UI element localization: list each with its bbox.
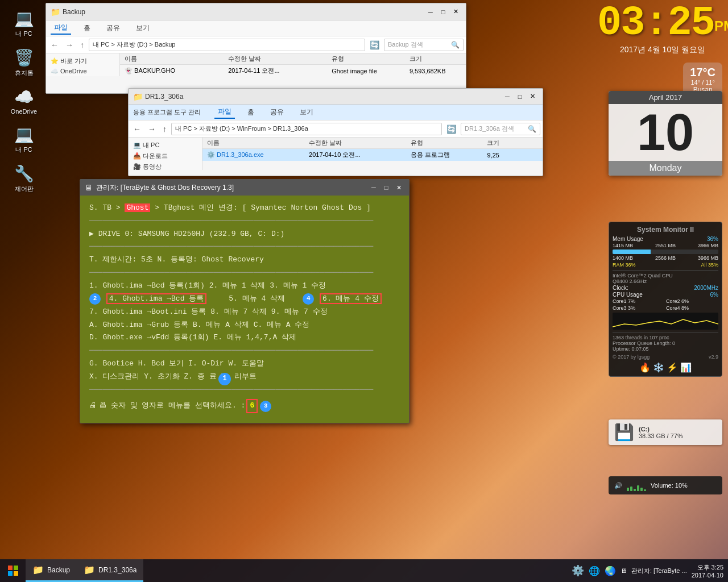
backup-close-button[interactable]: ✕ [450,7,461,17]
dr-title-text: DR1.3_306a [145,93,183,101]
terminal-marker-1: 1 [218,373,231,385]
dr-search-icon[interactable]: 🔍 [528,125,536,133]
sysmon-free2: 2566 MB [655,255,676,261]
volume-widget: 🔊 Volume: 10% [609,476,722,494]
backup-tab-view[interactable]: 보기 [133,22,153,34]
dr-col-size: 크기 [487,139,538,147]
taskbar-edge-icon[interactable]: 🌐 [589,566,600,576]
desktop-icon-onedrive[interactable]: ☁️ OneDrive [6,84,42,117]
taskbar-gear-icon[interactable]: ⚙️ [572,564,584,577]
sidebar-onedrive[interactable]: ☁️ OneDrive [46,66,119,76]
desktop-icon-mypc2[interactable]: 💻 내 PC [6,122,42,156]
dr-col-date: 수정한 날짜 [309,139,411,147]
sysmon-core4: Core4 8% [666,305,718,311]
taskbar-start-button[interactable] [0,559,26,582]
dr-back-button[interactable]: ← [131,124,143,134]
dr-header: 이름 수정한 날짜 유형 크기 [202,138,543,149]
hdd-info: (C:) 38.33 GB / 77% [639,426,683,439]
dr-titlebar: 📁 DR1.3_306a ─ □ ✕ [129,89,543,105]
backup-tab-file[interactable]: 파일 [51,22,71,35]
sysmon-cpu-section: Intel® Core™2 Quad CPU Q8400 2.6GHz Cloc… [613,270,718,330]
backup-maximize-button[interactable]: □ [437,7,449,17]
terminal-maximize-button[interactable]: □ [380,182,392,193]
calendar-weekday: Monday [609,161,722,176]
backup-title: 📁 Backup [51,7,85,16]
mypc-icon: 💻 [14,8,34,28]
dr-sidebar-mypc[interactable]: 💻 내 PC [129,140,202,151]
hdd-label: (C:) [639,426,683,433]
explorer-backup-window[interactable]: 📁 Backup ─ □ ✕ 파일 홈 공유 보기 ← → ↑ 내 PC > 자… [46,3,466,94]
backup-sidebar: ⭐ 바로 가기 ☁️ OneDrive 💻 내 PC 💿 로컬 디스크 (C:)… [46,53,120,76]
dr-tab-view[interactable]: 보기 [296,106,317,118]
sysmon-mem-bar [613,250,718,254]
sysmon-core1: Core1 7% [613,298,665,304]
dr-forward-button[interactable]: → [146,124,158,134]
backup-up-button[interactable]: ↑ [78,40,86,49]
volume-icon: 🔊 [614,482,622,489]
dr-file-row[interactable]: ⚙️ DR1.3_306a.exe 2017-04-10 오전... 응용 프로… [202,149,543,161]
term-line-4-menu: 2 4. Ghobt.ima →Bcd 등록 5. 메뉴 4 삭제 4 6. 메… [89,293,400,305]
backup-window-controls: ─ □ ✕ [425,7,461,17]
backup-search-box[interactable]: Backup 검색 🔍 [384,39,464,51]
terminal-close-button[interactable]: ✕ [393,182,404,193]
backup-forward-button[interactable]: → [63,40,76,49]
backup-header: 이름 수정한 날짜 유형 크기 [120,53,466,65]
dr-close-button[interactable]: ✕ [527,92,538,102]
taskbar-backup-button[interactable]: 📁 Backup [26,559,77,582]
backup-file-date: 2017-04-11 오전... [228,66,332,75]
clock-time: 03:25 [597,0,714,47]
terminal-marker-4: 4 [303,293,314,305]
sysmon-info: 1363 threads in 107 proc Processor Queue… [613,332,718,352]
dr-tab-home[interactable]: 홈 [244,106,258,118]
desktop-icon-mypc[interactable]: 💻 내 PC [6,6,42,40]
dr-minimize-button[interactable]: ─ [502,92,513,102]
taskbar-dr-button[interactable]: 📁 DR1.3_306a [77,559,143,582]
dr-sidebar-video[interactable]: 🎥 동영상 [129,161,202,170]
dr-sidebar-download[interactable]: 📥 다운로드 [129,151,202,161]
desktop-icon-recycle[interactable]: 🗑️ 휴지통 [6,45,42,80]
dr-up-button[interactable]: ↑ [160,124,169,134]
dr-breadcrumb[interactable]: 내 PC > 자료방 (D:) > WinFroum > DR1.3_306a [171,123,442,135]
sysmon-cpu-model: Intel® Core™2 Quad CPU [613,273,718,278]
clock-widget: 03:25PM 2017년 4월 10일 월요일 [597,0,728,55]
taskbar-backup-icon: 📁 [32,564,44,575]
backup-file-size: 9,593,682KB [410,68,461,74]
dr-search-box[interactable]: DR1.3_306a 검색 🔍 [461,123,540,135]
onedrive-icon: ☁️ [14,86,34,107]
sysmon-title: System Monitor II [613,226,718,234]
terminal-marker-2: 2 [89,293,101,305]
sidebar-quickaccess[interactable]: ⭐ 바로 가기 [46,56,119,66]
backup-tab-home[interactable]: 홈 [80,22,94,34]
dr-tab-file[interactable]: 파일 [214,106,235,119]
taskbar-ie-icon[interactable]: 🌏 [605,566,616,576]
backup-refresh-button[interactable]: 🔄 [367,40,382,49]
backup-back-button[interactable]: ← [48,40,61,49]
desktop-icon-control[interactable]: 🔧 제어판 [6,161,42,196]
backup-search-icon[interactable]: 🔍 [451,41,460,49]
terminal-window[interactable]: 🖥 관리자: [TeraByte & Ghost Dos Recovery 1.… [80,179,410,423]
dr-col-name: 이름 [207,139,309,147]
sysmon-mem-bar-fill [613,250,651,254]
dr-file-date: 2017-04-10 오전... [309,151,411,159]
backup-main: 이름 수정한 날짜 유형 크기 👻 BACKUP.GHO 2017-04-11 … [120,53,466,76]
dr-maximize-button[interactable]: □ [514,92,526,102]
backup-minimize-button[interactable]: ─ [425,7,436,17]
dr-tab-share[interactable]: 공유 [267,106,287,118]
terminal-body: 1 S. TB > Ghost > TBghost 메인 변경: [ Syman… [80,196,409,419]
term-line6-box: 6. 메뉴 4 수정 [320,293,382,304]
taskbar-backup-label: Backup [47,566,70,574]
explorer-dr-window[interactable]: 📁 DR1.3_306a ─ □ ✕ 응용 프로그램 도구 관리 파일 홈 공유… [128,88,543,176]
backup-nav: ← → ↑ 내 PC > 자료방 (D:) > Backup 🔄 Backup … [46,36,466,53]
sysmon-clock-val: 2000MHz [694,285,718,291]
sysmon-footer: © 2017 by lgsgg v2.9 [613,354,718,360]
backup-file-row[interactable]: 👻 BACKUP.GHO 2017-04-11 오전... Ghost imag… [120,65,466,76]
volume-bars [627,480,646,491]
taskbar-dr-label: DR1.3_306a [98,566,136,574]
backup-tab-share[interactable]: 공유 [103,22,123,34]
backup-body: ⭐ 바로 가기 ☁️ OneDrive 💻 내 PC 💿 로컬 디스크 (C:)… [46,53,466,76]
taskbar-terminal-icon[interactable]: 🖥 [621,567,627,574]
dr-refresh-button[interactable]: 🔄 [444,124,458,134]
terminal-minimize-button[interactable]: ─ [368,182,379,193]
terminal-input-value[interactable]: 6 [246,399,258,413]
backup-breadcrumb[interactable]: 내 PC > 자료방 (D:) > Backup [89,39,365,51]
